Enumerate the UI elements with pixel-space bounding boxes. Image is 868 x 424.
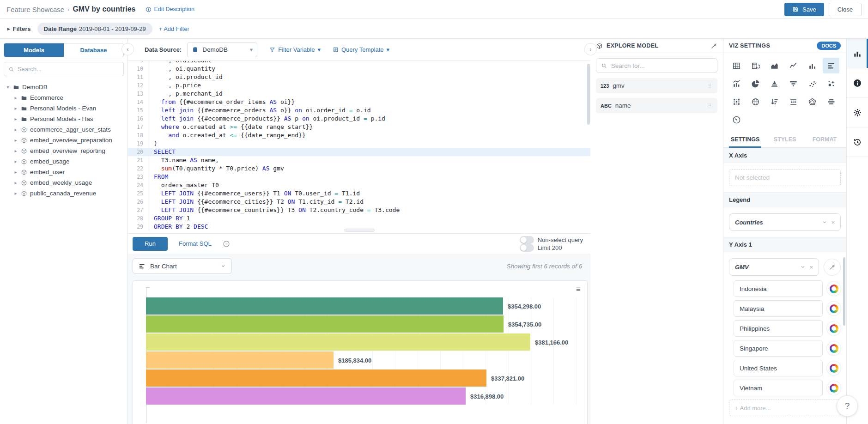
- bar-United States[interactable]: [146, 369, 486, 387]
- toggle-switch[interactable]: [520, 244, 534, 252]
- viz-type-bar-chart[interactable]: [823, 58, 839, 73]
- viz-type-pie-chart[interactable]: [747, 76, 764, 91]
- viz-type-radar-chart[interactable]: [804, 94, 820, 109]
- settings-tab[interactable]: [847, 98, 868, 127]
- caret-right-icon[interactable]: ▸: [13, 170, 18, 175]
- series-name[interactable]: Philippines: [734, 320, 823, 337]
- viz-type-table[interactable]: [728, 58, 745, 73]
- code-line-10[interactable]: 10 , oi.quantity: [128, 65, 590, 73]
- color-picker-button[interactable]: [827, 381, 841, 395]
- bar-Philippines[interactable]: [146, 333, 530, 351]
- caret-right-icon[interactable]: ▸: [13, 191, 18, 196]
- explore-search[interactable]: [596, 58, 717, 73]
- date-range-filter[interactable]: Date Range 2019-08-01 - 2019-09-29: [37, 23, 152, 35]
- code-line-21[interactable]: 21 T3.name AS name,: [128, 156, 590, 164]
- save-button[interactable]: Save: [784, 3, 824, 16]
- code-line-11[interactable]: 11 , oi.product_id: [128, 73, 590, 81]
- format-sql-button[interactable]: Format SQL: [179, 240, 212, 247]
- code-line-25[interactable]: 25 LEFT JOIN {{#ecommerce_users}} T1 ON …: [128, 189, 590, 198]
- legend-select[interactable]: Countries ×: [729, 213, 841, 231]
- color-picker-button[interactable]: [827, 341, 841, 355]
- bar-Indonesia[interactable]: [146, 297, 503, 315]
- viz-type-data-table[interactable]: [747, 58, 764, 73]
- add-more-button[interactable]: + Add more...: [729, 400, 841, 416]
- collapse-editor-button[interactable]: ›: [584, 43, 597, 55]
- viz-type-funnel-chart[interactable]: [785, 76, 801, 91]
- code-line-18[interactable]: 18 and o.created_at <= {{date_range_end}…: [128, 131, 590, 139]
- edit-description-button[interactable]: Edit Description: [146, 6, 194, 12]
- chart-menu-icon[interactable]: ≡: [576, 285, 581, 294]
- drag-handle-icon[interactable]: [707, 83, 713, 89]
- collapse-left-panel-button[interactable]: ‹: [121, 43, 134, 55]
- caret-right-icon[interactable]: ▸: [13, 148, 18, 153]
- caret-right-icon[interactable]: ▸: [13, 106, 18, 111]
- tab-database[interactable]: Database: [64, 43, 123, 57]
- sql-editor[interactable]: 9 , o.discount10 , oi.quantity11 , oi.pr…: [128, 61, 590, 233]
- data-source-select[interactable]: DemoDB ▾: [187, 42, 257, 57]
- query-template-menu[interactable]: Query Template ▾: [333, 46, 389, 53]
- code-line-24[interactable]: 24 orders_master T0: [128, 181, 590, 189]
- editor-scrollbar[interactable]: [587, 64, 590, 125]
- code-line-16[interactable]: 16 left join {{#ecommerce_products}} AS …: [128, 115, 590, 123]
- filters-toggle[interactable]: ▸ Filters: [7, 25, 31, 32]
- viz-type-bubble-chart[interactable]: [823, 76, 839, 91]
- tab-settings[interactable]: SETTINGS: [725, 131, 765, 147]
- tree-item-embed_overview_reporting[interactable]: ▸embed_overview_reporting: [0, 145, 127, 156]
- close-icon[interactable]: ×: [831, 219, 835, 226]
- caret-down-icon[interactable]: ▾: [6, 85, 10, 90]
- series-name[interactable]: Indonesia: [734, 280, 823, 297]
- sidebar-search[interactable]: [4, 62, 124, 76]
- y-axis-select[interactable]: GMV ×: [729, 258, 819, 276]
- drag-handle-icon[interactable]: [707, 103, 713, 109]
- tree-item-embed_weekly_usage[interactable]: ▸embed_weekly_usage: [0, 177, 127, 188]
- filter-variable-menu[interactable]: Filter Variable ▾: [269, 46, 321, 53]
- pin-series-button[interactable]: [824, 259, 841, 276]
- code-line-9[interactable]: 9 , o.discount: [128, 61, 590, 65]
- tab-styles[interactable]: STYLES: [765, 131, 805, 147]
- tab-format[interactable]: FORMAT: [805, 131, 844, 147]
- caret-right-icon[interactable]: ▸: [13, 95, 18, 100]
- x-axis-placeholder[interactable]: Not selected: [729, 169, 841, 186]
- series-name[interactable]: Singapore: [734, 340, 823, 357]
- tree-item-DemoDB[interactable]: ▾DemoDB: [0, 82, 127, 92]
- sql-help-icon[interactable]: ?: [223, 240, 230, 248]
- code-line-28[interactable]: 28GROUP BY 1: [128, 214, 590, 223]
- code-line-12[interactable]: 12 , p.price: [128, 81, 590, 90]
- tree-item-embed_overview_preparation[interactable]: ▸embed_overview_preparation: [0, 135, 127, 145]
- color-picker-button[interactable]: [827, 321, 841, 335]
- code-line-15[interactable]: 15 left join {{#ecommerce_orders AS o}} …: [128, 106, 590, 115]
- toggle-switch[interactable]: [520, 236, 534, 244]
- series-name[interactable]: Vietnam: [734, 380, 823, 396]
- color-picker-button[interactable]: [827, 282, 841, 296]
- viz-type-area-chart[interactable]: [766, 58, 783, 73]
- color-picker-button[interactable]: [827, 361, 841, 375]
- code-line-19[interactable]: 19): [128, 139, 590, 148]
- bar-Vietnam[interactable]: [146, 388, 466, 405]
- tree-item-Personal Models - Has[interactable]: ▸Personal Models - Has: [0, 114, 127, 124]
- caret-right-icon[interactable]: ▸: [13, 127, 18, 132]
- tree-item-ecommerce_aggr_user_stats[interactable]: ▸ecommerce_aggr_user_stats: [0, 124, 127, 135]
- add-filter-button[interactable]: + Add Filter: [159, 25, 189, 32]
- viz-panel-scrollbar[interactable]: [843, 257, 845, 326]
- visualization-tab[interactable]: [847, 39, 868, 68]
- code-line-17[interactable]: 17 where o.created_at >= {{date_range_st…: [128, 123, 590, 131]
- caret-right-icon[interactable]: ▸: [13, 159, 18, 164]
- viz-type-scatter-plot[interactable]: [804, 76, 820, 91]
- tree-item-embed_usage[interactable]: ▸embed_usage: [0, 156, 127, 167]
- caret-right-icon[interactable]: ▸: [13, 180, 18, 185]
- info-tab[interactable]: [847, 68, 868, 98]
- tree-item-Ecommerce[interactable]: ▸Ecommerce: [0, 92, 127, 103]
- bar-Malaysia[interactable]: [146, 315, 504, 333]
- viz-type-geo-map[interactable]: [747, 94, 764, 109]
- field-chip-gmv[interactable]: 123 gmv: [596, 78, 717, 93]
- viz-type-metric-kpi[interactable]: 123: [785, 94, 801, 109]
- viz-type-gantt-chart[interactable]: [823, 94, 839, 109]
- code-line-27[interactable]: 27 LEFT JOIN {{#ecommerce_countries}} T3…: [128, 206, 590, 214]
- code-line-23[interactable]: 23FROM: [128, 173, 590, 181]
- tree-item-public_canada_revenue[interactable]: ▸public_canada_revenue: [0, 188, 127, 199]
- series-name[interactable]: United States: [734, 360, 823, 376]
- field-chip-name[interactable]: ABC name: [596, 98, 717, 113]
- code-line-22[interactable]: 22 sum(T0.quantity * T0.price) AS gmv: [128, 164, 590, 173]
- docs-badge[interactable]: DOCS: [817, 42, 841, 50]
- viz-type-column-chart[interactable]: [804, 58, 820, 73]
